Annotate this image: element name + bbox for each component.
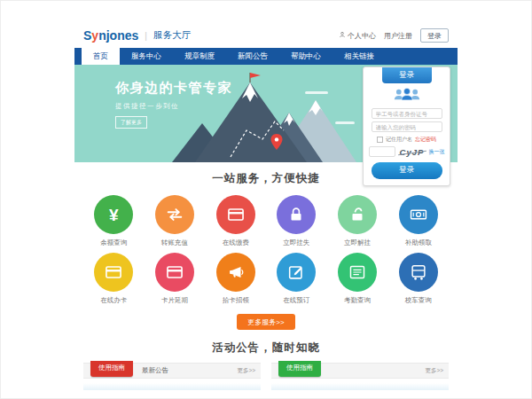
users-icon bbox=[364, 87, 450, 106]
service-item[interactable]: 拾卡招领 bbox=[205, 253, 266, 305]
topbar-link-label: 用户注册 bbox=[384, 31, 412, 41]
logo[interactable]: Synjones bbox=[83, 28, 138, 43]
username-input[interactable] bbox=[372, 108, 442, 119]
service-label: 余额查询 bbox=[83, 239, 145, 247]
list-icon bbox=[338, 253, 377, 292]
panel-tab[interactable]: 使用指南 bbox=[278, 361, 321, 377]
hero-text-block: 你身边的卡管专家 提供捷径一步到位 了解更多 bbox=[115, 80, 232, 129]
service-item[interactable]: 立即解挂 bbox=[327, 195, 388, 247]
logo-accent: y bbox=[91, 28, 98, 43]
panel-header: 使用指南最新公告更多>> bbox=[83, 363, 261, 379]
service-item[interactable]: 卡片延期 bbox=[145, 253, 206, 305]
top-bar: Synjones | 服务大厅 个人中心用户注册 登录 bbox=[74, 23, 458, 48]
hero-cta-button[interactable]: 了解更多 bbox=[115, 116, 147, 129]
nav-item[interactable]: 相关链接 bbox=[332, 48, 386, 65]
logo-text: S bbox=[83, 28, 91, 43]
topbar-links: 个人中心用户注册 登录 bbox=[339, 28, 449, 43]
service-label: 在线预订 bbox=[266, 296, 327, 305]
login-button-top[interactable]: 登录 bbox=[420, 28, 449, 43]
nav-item[interactable]: 服务中心 bbox=[120, 48, 173, 65]
forgot-password-link[interactable]: 忘记密码 bbox=[415, 136, 436, 144]
service-label: 补助领取 bbox=[387, 239, 449, 247]
logo-text-tail: njones bbox=[98, 28, 138, 43]
panel-more-link[interactable]: 更多>> bbox=[425, 367, 443, 375]
topbar-link[interactable]: 个人中心 bbox=[339, 31, 376, 41]
captcha-image[interactable]: CyJP bbox=[398, 147, 426, 157]
service-label: 在线办卡 bbox=[83, 296, 145, 305]
compose-icon bbox=[277, 253, 316, 292]
transfer-icon bbox=[155, 195, 194, 234]
service-item[interactable]: 在线缴费 bbox=[205, 195, 266, 247]
site-container: Synjones | 服务大厅 个人中心用户注册 登录 首页服务中心规章制度新闻… bbox=[74, 23, 458, 390]
user-icon bbox=[339, 31, 346, 40]
captcha-input[interactable] bbox=[369, 146, 395, 157]
service-label: 卡片延期 bbox=[145, 296, 206, 305]
nav-item[interactable]: 新闻公告 bbox=[226, 48, 279, 65]
site-title: 服务大厅 bbox=[153, 29, 191, 42]
lock-icon bbox=[277, 195, 316, 234]
login-submit-button[interactable]: 登录 bbox=[372, 162, 442, 179]
login-panel: 登录 记住用户名 忘记密码 bbox=[363, 66, 450, 186]
panel-header: 使用指南更多>> bbox=[271, 363, 449, 379]
nav-item[interactable]: 帮助中心 bbox=[279, 48, 332, 65]
service-label: 考勤查询 bbox=[327, 296, 388, 305]
yen-icon: ¥ bbox=[94, 195, 133, 234]
service-label: 拾卡招领 bbox=[205, 296, 266, 305]
panel-subtab[interactable]: 最新公告 bbox=[142, 366, 168, 375]
service-item[interactable]: ¥余额查询 bbox=[83, 195, 145, 247]
panel-tab[interactable]: 使用指南 bbox=[90, 361, 133, 377]
nav-item[interactable]: 规章制度 bbox=[173, 48, 226, 65]
announcements-section: 活动公告，随时知晓 使用指南最新公告更多>>使用指南更多>> bbox=[74, 340, 458, 390]
announcement-panel: 使用指南更多>> bbox=[271, 363, 449, 390]
service-item[interactable]: 校车查询 bbox=[387, 253, 449, 305]
card-icon bbox=[155, 253, 194, 292]
logo-divider: | bbox=[145, 31, 147, 41]
banknote-icon bbox=[399, 195, 438, 234]
captcha-refresh-link[interactable]: 换一张 bbox=[428, 148, 444, 156]
remember-label: 记住用户名 bbox=[386, 136, 412, 144]
service-item[interactable]: 补助领取 bbox=[387, 195, 449, 247]
service-label: 校车查询 bbox=[387, 296, 449, 305]
services-section: 一站服务，方便快捷 ¥余额查询转账充值在线缴费立即挂失立即解挂补助领取在线办卡卡… bbox=[74, 162, 458, 330]
service-label: 立即解挂 bbox=[327, 239, 388, 247]
topbar-link[interactable]: 用户注册 bbox=[384, 31, 412, 41]
service-item[interactable]: 在线预订 bbox=[266, 253, 327, 305]
bus-icon bbox=[399, 253, 438, 292]
unlock-icon bbox=[338, 195, 377, 234]
announcements-title: 活动公告，随时知晓 bbox=[74, 340, 458, 356]
panel-body bbox=[83, 379, 261, 390]
remember-checkbox[interactable] bbox=[377, 137, 383, 143]
service-label: 转账充值 bbox=[145, 239, 206, 247]
service-item[interactable]: 立即挂失 bbox=[266, 195, 327, 247]
password-input[interactable] bbox=[372, 121, 442, 132]
service-label: 立即挂失 bbox=[266, 239, 327, 247]
service-item[interactable]: 考勤查询 bbox=[327, 253, 388, 305]
megaphone-icon bbox=[216, 253, 255, 292]
panel-body bbox=[271, 379, 449, 390]
remember-row: 记住用户名 忘记密码 bbox=[364, 136, 450, 144]
announcement-panel: 使用指南最新公告更多>> bbox=[83, 363, 261, 390]
service-label: 在线缴费 bbox=[205, 239, 266, 247]
nav-item[interactable]: 首页 bbox=[82, 48, 120, 65]
service-item[interactable]: 转账充值 bbox=[145, 195, 206, 247]
service-item[interactable]: 在线办卡 bbox=[83, 253, 145, 305]
panel-more-link[interactable]: 更多>> bbox=[237, 367, 255, 375]
login-tab[interactable]: 登录 bbox=[382, 67, 432, 83]
more-services-button[interactable]: 更多服务>> bbox=[237, 314, 294, 330]
captcha-row: CyJP 换一张 bbox=[364, 146, 450, 157]
announcement-panels: 使用指南最新公告更多>>使用指南更多>> bbox=[83, 363, 449, 390]
hero-title: 你身边的卡管专家 bbox=[115, 80, 232, 97]
card-icon bbox=[94, 253, 133, 292]
main-nav: 首页服务中心规章制度新闻公告帮助中心相关链接 bbox=[74, 48, 458, 65]
services-grid: ¥余额查询转账充值在线缴费立即挂失立即解挂补助领取在线办卡卡片延期拾卡招领在线预… bbox=[83, 195, 449, 305]
hero-subtitle: 提供捷径一步到位 bbox=[115, 102, 232, 111]
card-icon bbox=[216, 195, 255, 234]
hero-banner: 你身边的卡管专家 提供捷径一步到位 了解更多 bbox=[74, 65, 458, 162]
topbar-link-label: 个人中心 bbox=[348, 31, 376, 41]
